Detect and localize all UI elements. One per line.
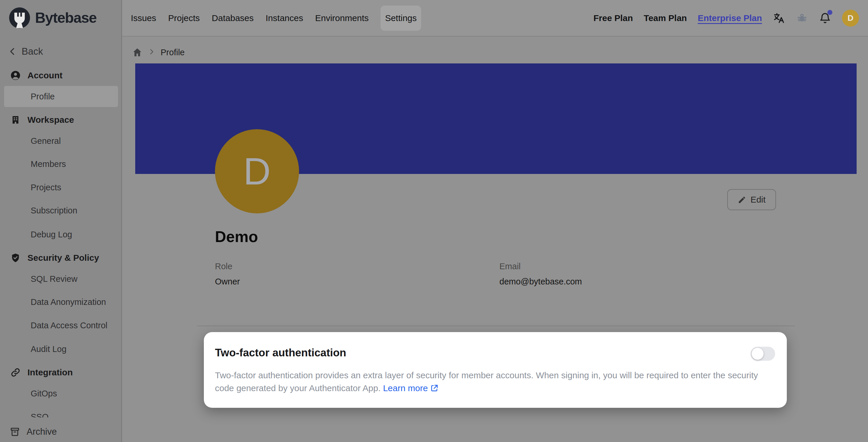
edit-button-label: Edit: [751, 195, 766, 205]
breadcrumb: Profile: [132, 47, 185, 58]
role-field: Role Owner: [215, 262, 240, 287]
back-button[interactable]: Back: [8, 45, 43, 58]
edit-profile-button[interactable]: Edit: [727, 189, 776, 210]
section-label-security-policy: Security & Policy: [27, 253, 99, 263]
enterprise-plan-link[interactable]: Enterprise Plan: [698, 13, 762, 23]
team-plan-button[interactable]: Team Plan: [644, 13, 687, 23]
section-label-integration: Integration: [27, 367, 73, 377]
sidebar-item-audit-log[interactable]: Audit Log: [31, 343, 67, 355]
profile-name: Demo: [215, 228, 258, 245]
home-icon[interactable]: [132, 47, 143, 58]
back-label: Back: [22, 46, 43, 57]
sidebar-item-projects[interactable]: Projects: [31, 181, 61, 194]
sidebar-scroll-area[interactable]: Back Account Profile Workspace General M…: [0, 0, 120, 417]
sidebar-item-subscription[interactable]: Subscription: [31, 204, 78, 217]
profile-avatar: D: [215, 129, 299, 213]
sidebar-item-members[interactable]: Members: [31, 157, 66, 170]
breadcrumb-page-label: Profile: [161, 48, 185, 57]
tab-databases[interactable]: Databases: [212, 13, 253, 23]
selected-item-highlight: [4, 86, 118, 107]
section-label-workspace: Workspace: [27, 115, 74, 125]
sidebar-item-gitops[interactable]: GitOps: [31, 387, 57, 400]
sidebar-item-sso[interactable]: SSO: [31, 410, 49, 417]
tab-issues[interactable]: Issues: [131, 13, 156, 23]
notification-badge-dot: [828, 10, 832, 15]
sidebar-section-account: Account: [10, 69, 62, 82]
archive-label: Archive: [27, 426, 57, 437]
section-divider: [197, 326, 795, 326]
sidebar-section-workspace: Workspace: [10, 113, 74, 126]
bug-report-icon[interactable]: [796, 12, 808, 24]
email-value: demo@bytebase.com: [499, 277, 582, 287]
sidebar-section-integration: Integration: [10, 366, 73, 379]
two-factor-authentication-card: Two-factor authentication Two-factor aut…: [204, 332, 787, 408]
notifications-bell-icon[interactable]: [819, 12, 831, 24]
profile-page: Profile D Edit Demo Role Owner Email dem…: [122, 36, 868, 442]
sidebar-item-archive[interactable]: Archive: [0, 421, 120, 442]
sidebar-section-security-policy: Security & Policy: [10, 252, 99, 264]
sidebar-item-debug-log[interactable]: Debug Log: [31, 228, 72, 241]
two-factor-title: Two-factor authentication: [215, 347, 346, 359]
external-link-icon[interactable]: [430, 384, 439, 392]
role-value-link[interactable]: Owner: [215, 277, 240, 287]
user-circle-icon: [10, 70, 21, 80]
settings-sidebar: Bytebase Back Account Profile: [0, 0, 122, 442]
sidebar-item-data-anonymization[interactable]: Data Anonymization: [31, 296, 106, 308]
section-label-account: Account: [27, 70, 62, 80]
archive-box-icon: [10, 426, 20, 437]
two-factor-description: Two-factor authentication provides an ex…: [215, 369, 779, 395]
toggle-knob: [751, 348, 764, 360]
free-plan-button[interactable]: Free Plan: [593, 13, 633, 23]
sidebar-item-general[interactable]: General: [31, 135, 61, 147]
learn-more-link[interactable]: Learn more: [383, 383, 428, 393]
tab-settings[interactable]: Settings: [380, 5, 421, 31]
email-field: Email demo@bytebase.com: [499, 262, 582, 287]
chevron-left-icon: [8, 47, 17, 56]
language-switcher-icon[interactable]: [773, 12, 785, 24]
email-label: Email: [499, 262, 582, 271]
two-factor-description-text: Two-factor authentication provides an ex…: [215, 371, 758, 393]
link-icon: [10, 367, 21, 377]
building-icon: [10, 115, 21, 125]
breadcrumb-chevron-icon: [148, 48, 155, 57]
pencil-icon: [738, 196, 746, 204]
two-factor-toggle[interactable]: [751, 347, 775, 361]
tab-projects[interactable]: Projects: [168, 13, 200, 23]
user-avatar-menu[interactable]: D: [842, 10, 859, 27]
sidebar-item-data-access-control[interactable]: Data Access Control: [31, 319, 107, 332]
role-label: Role: [215, 262, 240, 271]
sidebar-item-sql-review[interactable]: SQL Review: [31, 272, 78, 285]
nav-right-cluster: Free Plan Team Plan Enterprise Plan: [593, 0, 859, 36]
shield-check-icon: [10, 253, 21, 263]
main-nav-tabs: Issues Projects Databases Instances Envi…: [131, 0, 421, 36]
sidebar-item-profile[interactable]: Profile: [31, 90, 55, 103]
top-navigation-bar: Issues Projects Databases Instances Envi…: [122, 0, 868, 36]
tab-environments[interactable]: Environments: [315, 13, 369, 23]
tab-instances[interactable]: Instances: [266, 13, 303, 23]
